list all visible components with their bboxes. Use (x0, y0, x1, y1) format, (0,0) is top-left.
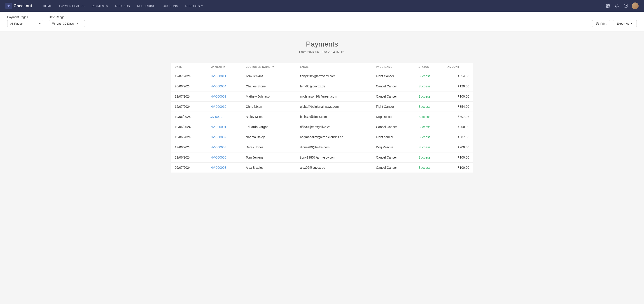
table-row: 12/07/2024 INV-000011 Tom Jenkins tiony1… (171, 71, 473, 81)
date-range-button[interactable]: Last 30 Days ▼ (49, 20, 85, 27)
question-icon (624, 4, 628, 8)
help-button[interactable] (623, 3, 629, 9)
payment-link[interactable]: INV-000003 (210, 146, 226, 149)
cell-customer-name: Charles Stone (242, 81, 296, 92)
brand-name: Checkout (14, 4, 32, 8)
cell-payment-num: INV-000001 (206, 122, 242, 132)
col-status: STATUS (415, 63, 444, 71)
col-date: DATE (171, 63, 206, 71)
cell-date: 20/06/2024 (171, 81, 206, 92)
cell-date: 19/06/2024 (171, 142, 206, 152)
cell-customer-name: Alex Bradley (242, 162, 296, 173)
cell-amount: ₹354.00 (444, 102, 473, 112)
payments-table: DATE PAYMENT # CUSTOMER NAME ▼ EMAIL PAG… (171, 63, 473, 173)
cell-customer-name: Eduardo Vargas (242, 122, 296, 132)
cell-page-name: Cancel Cancer (372, 92, 415, 102)
cell-date: 19/06/2024 (171, 112, 206, 122)
table-row: 21/06/2024 INV-000005 Tom Jenkins tiony1… (171, 152, 473, 162)
cell-payment-num: INV-000010 (206, 102, 242, 112)
cell-email: alex02@cuvox.de (296, 162, 372, 173)
payment-link[interactable]: INV-000002 (210, 135, 226, 139)
col-page-name: PAGE NAME (372, 63, 415, 71)
date-range-label: Date Range (49, 15, 85, 19)
nav-refunds[interactable]: REFUNDS (112, 0, 134, 12)
date-range-value: Last 30 Days (57, 22, 74, 25)
payment-link[interactable]: INV-000004 (210, 84, 226, 88)
cell-status: Success (415, 132, 444, 142)
payment-pages-select-wrapper: All Pages ▼ (7, 20, 43, 27)
cell-customer-name: Mathew Johnason (242, 92, 296, 102)
cell-date: 21/06/2024 (171, 152, 206, 162)
cell-customer-name: Tom Jenkins (242, 152, 296, 162)
payment-link[interactable]: INV-000005 (210, 156, 226, 159)
page-title: Payments (171, 40, 473, 48)
nav-payments[interactable]: PAYMENTS (88, 0, 112, 12)
nav-recurring[interactable]: RECURRING (134, 0, 159, 12)
nav-payment-pages[interactable]: PAYMENT PAGES (56, 0, 88, 12)
cell-page-name: Cancel Cancer (372, 81, 415, 92)
page-subtitle: From 2024-06-13 to 2024-07-12. (171, 50, 473, 54)
cell-page-name: Cancel Cancer (372, 162, 415, 173)
cell-email: nagmabailey@creo.cloudns.cc (296, 132, 372, 142)
cell-status: Success (415, 112, 444, 122)
cell-status: Success (415, 122, 444, 132)
cell-amount: ₹100.00 (444, 92, 473, 102)
nav-home[interactable]: HOME (39, 0, 56, 12)
payment-link[interactable]: INV-000001 (210, 125, 226, 129)
payment-pages-select[interactable]: All Pages (7, 20, 43, 27)
cell-customer-name: Nagma Baley (242, 132, 296, 142)
cell-date: 19/06/2024 (171, 122, 206, 132)
chevron-down-icon: ▼ (201, 5, 203, 7)
col-customer-name[interactable]: CUSTOMER NAME ▼ (242, 63, 296, 71)
table-header: DATE PAYMENT # CUSTOMER NAME ▼ EMAIL PAG… (171, 63, 473, 71)
brand-logo[interactable]: Checkout (6, 3, 32, 9)
table-row: 19/06/2024 INV-000001 Eduardo Vargas rif… (171, 122, 473, 132)
svg-rect-0 (6, 3, 12, 9)
cell-payment-num: INV-000002 (206, 132, 242, 142)
cell-status: Success (415, 162, 444, 173)
cell-email: tiony1985@armyspy.com (296, 152, 372, 162)
settings-button[interactable] (605, 3, 611, 9)
main-content: Payments From 2024-06-13 to 2024-07-12. … (164, 31, 480, 182)
payment-link[interactable]: INV-000011 (210, 74, 226, 78)
table-row: 09/07/2024 INV-000008 Alex Bradley alex0… (171, 162, 473, 173)
cell-amount: ₹100.00 (444, 162, 473, 173)
nav-coupons[interactable]: COUPONS (159, 0, 182, 12)
nav-reports[interactable]: REPORTS ▼ (182, 0, 206, 12)
table-body: 12/07/2024 INV-000011 Tom Jenkins tiony1… (171, 71, 473, 173)
payment-link[interactable]: INV-000008 (210, 166, 226, 170)
cell-customer-name: Chris Nixon (242, 102, 296, 112)
col-email: EMAIL (296, 63, 372, 71)
printer-icon (596, 22, 599, 25)
avatar[interactable] (632, 2, 638, 9)
cell-amount: ₹354.00 (444, 71, 473, 81)
cell-status: Success (415, 152, 444, 162)
cell-payment-num: CN-00001 (206, 112, 242, 122)
status-badge: Success (418, 156, 430, 159)
export-button[interactable]: Export As ▼ (613, 20, 637, 27)
chevron-down-icon: ▼ (631, 22, 633, 25)
payment-link[interactable]: INV-000009 (210, 95, 226, 98)
cell-amount: ₹200.00 (444, 122, 473, 132)
print-button[interactable]: Print (592, 20, 610, 27)
notifications-button[interactable] (614, 3, 620, 9)
print-label: Print (600, 22, 606, 25)
table-row: 19/06/2024 CN-00001 Bailey Miles bail872… (171, 112, 473, 122)
payment-link[interactable]: INV-000010 (210, 105, 226, 108)
payment-pages-label: Payment Pages (7, 15, 43, 19)
filter-bar: Payment Pages All Pages ▼ Date Range Las… (0, 12, 644, 31)
cell-customer-name: Tom Jenkins (242, 71, 296, 81)
cell-payment-num: INV-000003 (206, 142, 242, 152)
cell-amount: ₹307.98 (444, 112, 473, 122)
cell-page-name: Fight cancer (372, 132, 415, 142)
cell-customer-name: Bailey Miles (242, 112, 296, 122)
cell-email: tiony1985@armyspy.com (296, 71, 372, 81)
cell-payment-num: INV-000004 (206, 81, 242, 92)
payment-link[interactable]: CN-00001 (210, 115, 224, 118)
brand-icon (6, 3, 12, 9)
cell-email: feny85@cuvox.de (296, 81, 372, 92)
table-row: 19/06/2024 INV-000002 Nagma Baley nagmab… (171, 132, 473, 142)
cell-amount: ₹100.00 (444, 152, 473, 162)
cell-payment-num: INV-000009 (206, 92, 242, 102)
cell-status: Success (415, 92, 444, 102)
